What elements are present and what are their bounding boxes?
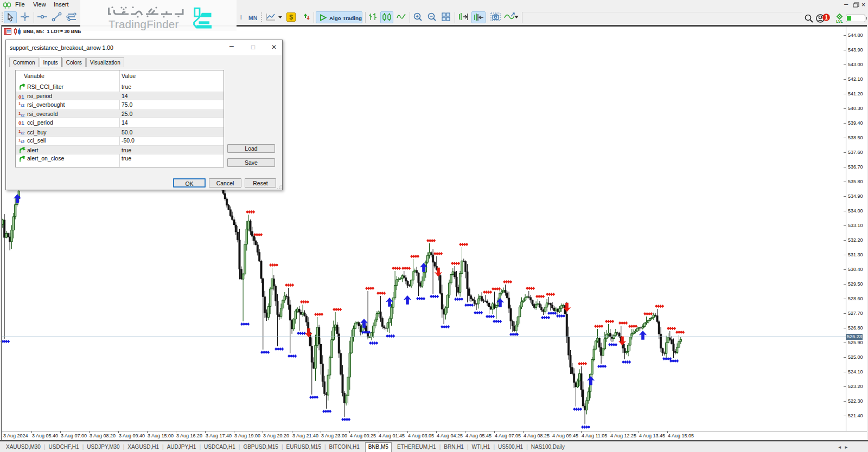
svg-text:1: 1 xyxy=(825,15,828,21)
svg-text:LVL: LVL xyxy=(836,20,843,23)
